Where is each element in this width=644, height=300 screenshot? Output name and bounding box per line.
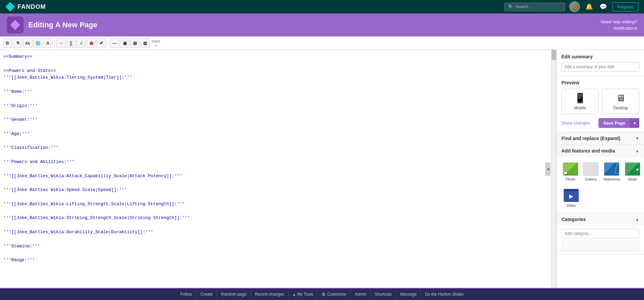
table-button[interactable]: ▣ [120, 38, 129, 48]
show-changes-link[interactable]: Show changes [561, 120, 590, 126]
italic-button[interactable]: ✎ [13, 38, 22, 48]
signature-button[interactable]: ✐ [97, 38, 106, 48]
mobile-preview-button[interactable]: 📱 Mobile [561, 89, 599, 114]
add-features-arrow: ▲ [635, 148, 639, 153]
slideshow-label: Slideshow [603, 177, 620, 181]
chat-icon[interactable]: 💬 [598, 3, 608, 10]
editor-area: ==Summary== ==Powers and Stats== '''[[Jo… [0, 50, 556, 288]
categories-arrow: ▲ [635, 217, 639, 222]
editor-scrollbar[interactable] [551, 50, 556, 288]
avatar[interactable] [569, 1, 580, 12]
footer-link-admin[interactable]: Admin [351, 289, 371, 300]
footer-link-shortcuts[interactable]: Shortcuts [371, 289, 396, 300]
save-page-button-group: Save Page ▼ [599, 118, 639, 128]
help-section: Need help editing? Notifications [601, 19, 637, 32]
link-button[interactable]: 🌐 [33, 38, 42, 48]
toolbar-separator-2 [108, 39, 108, 47]
gallery-media-item[interactable]: Gallery [582, 160, 600, 183]
footer-link-mytools[interactable]: ▲ My Tools [288, 289, 317, 300]
category-input[interactable] [561, 229, 639, 238]
slideshow-media-item[interactable]: Slideshow [602, 160, 621, 183]
footer-bar: Follow Create Random page Recent changes… [0, 288, 644, 300]
top-navigation: FANDOM 🔍 Search 🔔 💬 Register [0, 0, 644, 13]
forbidden-button[interactable]: ⊗ [87, 38, 96, 48]
edit-summary-section: Edit summary [557, 50, 644, 76]
save-page-dropdown-button[interactable]: ▼ [630, 118, 639, 128]
horizontal-rule-button[interactable]: — [110, 38, 119, 48]
search-icon: 🔍 [508, 4, 514, 9]
mytools-caret-icon: ▲ [293, 293, 296, 296]
categories-section: Categories ▲ [557, 213, 644, 255]
bold-button[interactable]: B [3, 38, 12, 48]
toolbar-separator-1 [54, 39, 55, 47]
register-button[interactable]: Register [612, 2, 639, 11]
preview-devices: 📱 Mobile 🖥 Desktop [561, 89, 639, 114]
desktop-label: Desktop [613, 106, 628, 110]
customize-label: Customize [327, 292, 346, 297]
categories-header[interactable]: Categories ▲ [557, 213, 644, 225]
photo-icon-box: 🏔 [563, 162, 578, 176]
footer-link-message[interactable]: Message [396, 289, 421, 300]
footer-link-random[interactable]: Random page [217, 289, 251, 300]
help-editing-text[interactable]: Need help editing? [601, 19, 637, 25]
categories-content [557, 225, 644, 254]
main-layout: ==Summary== ==Powers and Stats== '''[[Jo… [0, 50, 644, 288]
footer-link-follow[interactable]: Follow [176, 289, 196, 300]
add-features-title: Add features and media [561, 148, 615, 154]
fandom-logo-area[interactable]: FANDOM [5, 2, 46, 11]
mobile-label: Mobile [574, 106, 586, 110]
find-replace-header[interactable]: Find and replace (Expand) ▼ [557, 132, 644, 144]
desktop-preview-button[interactable]: 🖥 Desktop [602, 89, 640, 114]
gallery-icon-box [583, 162, 599, 176]
edit-summary-input[interactable] [561, 62, 639, 72]
search-placeholder: Search [516, 4, 528, 9]
find-replace-section: Find and replace (Expand) ▼ [557, 132, 644, 145]
collapse-sidebar-button[interactable]: ◀ [545, 162, 551, 176]
wikitext-editor[interactable]: ==Summary== ==Powers and Stats== '''[[Jo… [0, 50, 551, 288]
gallery-label: Gallery [585, 177, 597, 181]
footer-link-recent[interactable]: Recent changes [251, 289, 288, 300]
find-replace-title: Find and replace (Expand) [561, 136, 620, 141]
slider-media-item[interactable]: ▶ Slider [623, 160, 642, 183]
customize-gear-icon: ⚙ [321, 292, 326, 297]
wiki-logo-diamond [10, 20, 20, 30]
find-replace-arrow: ▼ [635, 136, 639, 141]
header-bar: Editing A New Page Need help editing? No… [0, 13, 644, 36]
save-page-button[interactable]: Save Page [599, 118, 630, 128]
categories-list [561, 241, 639, 251]
more-button[interactable]: more + [150, 39, 161, 47]
video-label: Video [566, 203, 576, 208]
footer-link-customize[interactable]: ⚙ Customize [317, 289, 351, 300]
desktop-icon: 🖥 [616, 92, 625, 104]
photo-label: Photo [566, 177, 576, 181]
mobile-icon: 📱 [574, 92, 586, 104]
fandom-diamond-icon [5, 2, 15, 11]
fandom-logo-text: FANDOM [18, 3, 46, 10]
video-row: ▶ Video [557, 187, 644, 213]
slideshow-icon-box [604, 162, 619, 176]
sqrt-button[interactable]: √ [76, 38, 86, 48]
formula-button[interactable]: ∑ [66, 38, 76, 48]
categories-title: Categories [561, 217, 586, 222]
footer-link-harlem[interactable]: Do the Harlem Shake [421, 289, 468, 300]
video-media-item[interactable]: ▶ Video [561, 187, 581, 210]
indent-button[interactable]: ↔ [56, 38, 66, 48]
wiki-logo [7, 17, 24, 33]
search-bar[interactable]: 🔍 Search [504, 3, 565, 11]
more-plus-icon: + [155, 43, 157, 47]
notifications-icon[interactable]: 🔔 [584, 3, 594, 10]
preview-title: Preview [561, 80, 639, 85]
template-button[interactable]: ▤ [130, 38, 140, 48]
ref-button[interactable]: ▥ [140, 38, 150, 48]
footer-link-create[interactable]: Create [196, 289, 217, 300]
font-color-button[interactable]: A [43, 38, 53, 48]
slider-icon-box: ▶ [625, 162, 640, 176]
add-features-header[interactable]: Add features and media ▲ [557, 145, 644, 157]
more-label: more [152, 39, 160, 43]
photo-media-item[interactable]: 🏔 Photo [561, 160, 580, 183]
ab-button[interactable]: Ab [23, 38, 32, 48]
new-page-title: A New Page [55, 21, 97, 29]
slider-label: Slider [628, 177, 637, 181]
editor-toolbar: B ✎ Ab 🌐 A ↔ ∑ √ ⊗ ✐ — ▣ ▤ ▥ more + [0, 36, 644, 50]
notifications-text[interactable]: Notifications [601, 25, 637, 32]
